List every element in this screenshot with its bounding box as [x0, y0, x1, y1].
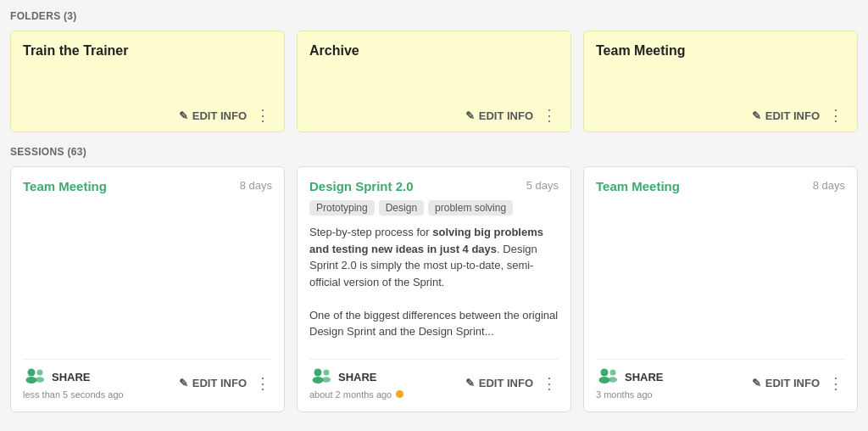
edit-info-label-folder-3: EDIT INFO — [765, 109, 820, 122]
more-menu-folder-1[interactable]: ⋮ — [253, 108, 272, 123]
session-header-3: Team Meeting 8 days — [596, 179, 845, 193]
edit-info-label-session-2: EDIT INFO — [479, 377, 533, 389]
tag-prototyping[interactable]: Prototyping — [309, 200, 375, 216]
session-header-1: Team Meeting 8 days — [23, 179, 272, 193]
footer-right-1: ✎ EDIT INFO ⋮ — [179, 376, 272, 391]
session-footer-3: SHARE 3 months ago ✎ EDIT INFO ⋮ — [596, 359, 845, 400]
session-body-3 — [596, 200, 845, 349]
folder-title-2: Archive — [309, 43, 559, 59]
edit-info-button-session-2[interactable]: ✎ EDIT INFO — [465, 377, 533, 389]
status-dot-2 — [396, 390, 403, 398]
edit-info-button-session-1[interactable]: ✎ EDIT INFO — [179, 377, 247, 389]
svg-point-6 — [324, 370, 330, 376]
svg-point-9 — [599, 377, 610, 383]
folder-footer-1: ✎ EDIT INFO ⋮ — [23, 98, 272, 123]
edit-info-button-folder-2[interactable]: ✎ EDIT INFO — [465, 109, 533, 122]
folders-grid: Train the Trainer ✎ EDIT INFO ⋮ Archive … — [10, 31, 858, 132]
svg-point-11 — [609, 377, 617, 382]
share-label-2: SHARE — [338, 371, 377, 383]
edit-info-label-folder-1: EDIT INFO — [192, 109, 247, 122]
footer-right-3: ✎ EDIT INFO ⋮ — [752, 376, 845, 391]
edit-icon-session-1: ✎ — [179, 377, 188, 389]
session-footer-1: SHARE less than 5 seconds ago ✎ EDIT INF… — [23, 359, 272, 400]
more-menu-session-2[interactable]: ⋮ — [540, 376, 559, 391]
tags-row-2: Prototyping Design problem solving — [309, 200, 559, 216]
folder-card-3: Team Meeting ✎ EDIT INFO ⋮ — [583, 31, 858, 132]
share-area-1: SHARE less than 5 seconds ago — [23, 367, 124, 400]
session-title-2[interactable]: Design Sprint 2.0 — [309, 179, 414, 193]
tag-problem-solving[interactable]: problem solving — [428, 200, 513, 216]
folder-footer-2: ✎ EDIT INFO ⋮ — [309, 98, 559, 123]
session-header-2: Design Sprint 2.0 5 days — [309, 179, 559, 193]
tag-design[interactable]: Design — [379, 200, 424, 216]
session-days-2: 5 days — [526, 179, 559, 192]
timestamp-3: 3 months ago — [596, 389, 664, 400]
edit-info-label-folder-2: EDIT INFO — [479, 109, 533, 122]
folders-section: FOLDERS (3) Train the Trainer ✎ EDIT INF… — [10, 10, 858, 132]
folder-card-2: Archive ✎ EDIT INFO ⋮ — [297, 31, 571, 132]
edit-icon-session-3: ✎ — [752, 377, 761, 389]
more-menu-session-1[interactable]: ⋮ — [253, 376, 272, 391]
session-title-1[interactable]: Team Meeting — [23, 179, 107, 193]
folder-card-1: Train the Trainer ✎ EDIT INFO ⋮ — [10, 31, 285, 132]
edit-icon-folder-1: ✎ — [179, 109, 188, 122]
svg-point-1 — [26, 377, 37, 383]
share-button-3[interactable]: SHARE — [596, 367, 664, 388]
session-card-2: Design Sprint 2.0 5 days Prototyping Des… — [297, 166, 571, 412]
folders-label: FOLDERS (3) — [10, 10, 858, 22]
edit-info-label-session-1: EDIT INFO — [192, 377, 247, 389]
session-card-3: Team Meeting 8 days — [583, 166, 858, 412]
share-button-1[interactable]: SHARE — [23, 367, 124, 388]
people-icon-1 — [23, 367, 47, 388]
svg-point-3 — [36, 377, 44, 382]
timestamp-1: less than 5 seconds ago — [23, 389, 124, 400]
edit-info-label-session-3: EDIT INFO — [765, 377, 820, 389]
edit-icon-session-2: ✎ — [465, 377, 475, 389]
session-body-1 — [23, 200, 272, 349]
sessions-grid: Team Meeting 8 days — [10, 166, 858, 412]
share-area-3: SHARE 3 months ago — [596, 367, 664, 400]
more-menu-folder-3[interactable]: ⋮ — [826, 108, 845, 123]
timestamp-2: about 2 months ago — [309, 389, 392, 400]
session-title-3[interactable]: Team Meeting — [596, 179, 680, 193]
share-label-1: SHARE — [52, 371, 91, 383]
share-label-3: SHARE — [625, 371, 664, 383]
svg-point-4 — [314, 369, 322, 377]
people-icon-2 — [309, 367, 333, 388]
more-menu-session-3[interactable]: ⋮ — [826, 376, 845, 391]
edit-icon-folder-3: ✎ — [752, 109, 761, 122]
session-days-3: 8 days — [813, 179, 845, 192]
share-button-2[interactable]: SHARE — [309, 367, 403, 388]
svg-point-0 — [28, 369, 36, 377]
edit-info-button-folder-3[interactable]: ✎ EDIT INFO — [752, 109, 820, 122]
svg-point-10 — [610, 370, 616, 376]
folder-footer-3: ✎ EDIT INFO ⋮ — [596, 98, 845, 123]
session-desc-2: Step-by-step process for solving big pro… — [309, 224, 559, 349]
share-area-2: SHARE about 2 months ago — [309, 367, 403, 400]
more-menu-folder-2[interactable]: ⋮ — [540, 108, 559, 123]
folder-title-3: Team Meeting — [596, 43, 845, 59]
edit-info-button-session-3[interactable]: ✎ EDIT INFO — [752, 377, 820, 389]
svg-point-7 — [322, 377, 331, 382]
edit-icon-folder-2: ✎ — [465, 109, 475, 122]
edit-info-button-folder-1[interactable]: ✎ EDIT INFO — [179, 109, 247, 122]
svg-point-2 — [37, 370, 43, 376]
session-footer-2: SHARE about 2 months ago ✎ EDIT INFO ⋮ — [309, 359, 559, 400]
session-days-1: 8 days — [240, 179, 272, 192]
footer-right-2: ✎ EDIT INFO ⋮ — [465, 376, 559, 391]
sessions-section: SESSIONS (63) Team Meeting 8 days — [10, 146, 858, 412]
svg-point-5 — [313, 377, 324, 383]
people-icon-3 — [596, 367, 620, 388]
svg-point-8 — [601, 369, 609, 377]
folder-title-1: Train the Trainer — [23, 43, 272, 59]
sessions-label: SESSIONS (63) — [10, 146, 858, 158]
session-card-1: Team Meeting 8 days — [10, 166, 285, 412]
